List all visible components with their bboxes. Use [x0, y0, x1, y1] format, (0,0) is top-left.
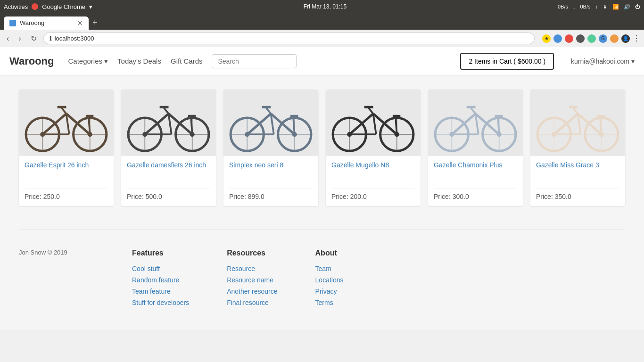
svg-rect-0: [19, 90, 114, 155]
svg-rect-42: [223, 90, 318, 155]
footer-link[interactable]: Resource name: [227, 276, 277, 284]
os-datetime: Fri Mar 13, 01:15: [92, 3, 558, 10]
power-icon: ⏻: [635, 4, 640, 9]
footer-link[interactable]: Another resource: [227, 288, 277, 295]
down-arrow-icon: ↓: [573, 4, 576, 9]
product-name: Gazelle Chamonix Plus: [434, 161, 517, 185]
ext6-icon[interactable]: [610, 34, 619, 43]
os-dropdown-arrow[interactable]: ▾: [89, 3, 92, 10]
user-dropdown[interactable]: kurnia@hakooi.com ▾: [571, 58, 635, 65]
about-heading: About: [315, 249, 344, 257]
forward-button[interactable]: ›: [16, 33, 24, 44]
net-up: 0B/s: [580, 4, 590, 9]
net-down: 0B/s: [558, 4, 568, 9]
footer-link[interactable]: Stuff for developers: [132, 299, 189, 306]
browser-chrome: Waroong ✕ + ‹ › ↻ ℹ localhost:3000 ★ G 👤…: [0, 13, 644, 47]
browser-toolbar-icons: ★ G 👤 ⋮: [542, 34, 640, 43]
tab-title: Waroong: [20, 19, 44, 26]
svg-rect-105: [530, 90, 625, 155]
temp-icon: 🌡: [603, 4, 608, 9]
product-price: Price: 250.0: [25, 189, 108, 200]
product-body: Simplex neo seri 8 Price: 899.0: [223, 156, 318, 206]
chrome-icon: [32, 3, 38, 10]
brand-logo[interactable]: Waroong: [9, 55, 54, 67]
todays-deals-link[interactable]: Today's Deals: [117, 57, 161, 65]
resources-links: ResourceResource nameAnother resourceFin…: [227, 265, 277, 306]
ext3-icon[interactable]: [576, 34, 585, 43]
product-image: [428, 90, 523, 156]
active-tab[interactable]: Waroong ✕: [4, 16, 89, 30]
footer-link[interactable]: Locations: [315, 276, 344, 284]
user-dropdown-arrow: ▾: [631, 58, 635, 65]
footer-link[interactable]: Resource: [227, 265, 277, 272]
address-bar: ‹ › ↻ ℹ localhost:3000 ★ G 👤 ⋮: [0, 30, 644, 47]
volume-icon: 🔊: [624, 4, 630, 10]
product-image: [326, 90, 421, 156]
footer: Jon Snow © 2019 Features Cool stuffRando…: [0, 239, 644, 329]
product-body: Gazelle damesfiets 26 inch Price: 500.0: [121, 156, 216, 206]
product-card[interactable]: Simplex neo seri 8 Price: 899.0: [223, 90, 318, 206]
product-name: Gazelle Miss Grace 3: [536, 161, 619, 185]
product-card[interactable]: Gazelle Chamonix Plus Price: 300.0: [428, 90, 523, 206]
browser-name-label: Google Chrome: [42, 3, 85, 10]
footer-link[interactable]: Team feature: [132, 288, 189, 295]
products-section: Gazelle Esprit 26 inch Price: 250.0: [0, 75, 644, 220]
ext5-icon[interactable]: G: [599, 34, 607, 43]
product-card[interactable]: Gazelle Mugello N8 Price: 200.0: [326, 90, 421, 206]
product-name: Gazelle Mugello N8: [331, 161, 415, 185]
svg-rect-84: [428, 90, 523, 155]
profile-icon[interactable]: 👤: [621, 34, 630, 43]
back-button[interactable]: ‹: [4, 33, 12, 44]
menu-icon[interactable]: ⋮: [633, 34, 640, 43]
products-grid: Gazelle Esprit 26 inch Price: 250.0: [19, 90, 625, 206]
search-input[interactable]: [212, 54, 297, 68]
reload-button[interactable]: ↻: [28, 33, 40, 44]
url-text: localhost:3000: [55, 35, 94, 42]
ext1-icon[interactable]: [553, 34, 562, 43]
product-body: Gazelle Chamonix Plus Price: 300.0: [428, 156, 523, 206]
footer-resources-col: Resources ResourceResource nameAnother r…: [227, 249, 277, 310]
product-card[interactable]: Gazelle damesfiets 26 inch Price: 500.0: [121, 90, 216, 206]
bookmark-icon[interactable]: ★: [542, 34, 551, 43]
product-image: [19, 90, 114, 156]
product-price: Price: 200.0: [331, 189, 415, 200]
product-price: Price: 500.0: [127, 189, 210, 200]
product-card[interactable]: Gazelle Miss Grace 3 Price: 350.0: [530, 90, 625, 206]
footer-copyright: Jon Snow © 2019: [19, 249, 113, 310]
cart-button[interactable]: 2 Items in Cart ( $600.00 ): [460, 53, 554, 70]
ext4-icon[interactable]: [587, 34, 596, 43]
ext2-icon[interactable]: [565, 34, 573, 43]
url-box[interactable]: ℹ localhost:3000: [43, 33, 535, 44]
footer-link[interactable]: Cool stuff: [132, 265, 189, 272]
about-links: TeamLocationsPrivacyTerms: [315, 265, 344, 306]
lock-icon: ℹ: [50, 35, 52, 42]
tab-bar: Waroong ✕ +: [0, 13, 644, 30]
gift-cards-link[interactable]: Gift Cards: [171, 57, 203, 65]
os-bar: Activities Google Chrome ▾ Fri Mar 13, 0…: [0, 0, 644, 13]
footer-link[interactable]: Final resource: [227, 299, 277, 306]
product-card[interactable]: Gazelle Esprit 26 inch Price: 250.0: [19, 90, 114, 206]
footer-columns: Features Cool stuffRandom featureTeam fe…: [132, 249, 625, 310]
footer-link[interactable]: Terms: [315, 299, 344, 306]
app-content: Waroong Categories ▾ Today's Deals Gift …: [0, 47, 644, 330]
tab-close-button[interactable]: ✕: [77, 19, 83, 27]
svg-rect-21: [121, 90, 216, 155]
activities-label[interactable]: Activities: [4, 3, 28, 10]
categories-link[interactable]: Categories ▾: [68, 57, 108, 66]
new-tab-button[interactable]: +: [91, 16, 99, 30]
svg-rect-63: [326, 90, 421, 155]
footer-link[interactable]: Team: [315, 265, 344, 272]
footer-divider: [19, 230, 625, 230]
product-image: [121, 90, 216, 156]
os-system-icons: 0B/s ↓ 0B/s ↑ 🌡 📶 🔊 ⏻: [558, 4, 640, 10]
os-bar-left: Activities Google Chrome ▾: [4, 3, 92, 10]
features-heading: Features: [132, 249, 189, 257]
user-email: kurnia@hakooi.com: [571, 58, 629, 65]
footer-link[interactable]: Random feature: [132, 276, 189, 284]
product-name: Gazelle damesfiets 26 inch: [127, 161, 210, 185]
product-price: Price: 350.0: [536, 189, 619, 200]
up-arrow-icon: ↑: [595, 4, 598, 9]
footer-link[interactable]: Privacy: [315, 288, 344, 295]
features-links: Cool stuffRandom featureTeam featureStuf…: [132, 265, 189, 306]
nav-bar: Waroong Categories ▾ Today's Deals Gift …: [0, 47, 644, 75]
